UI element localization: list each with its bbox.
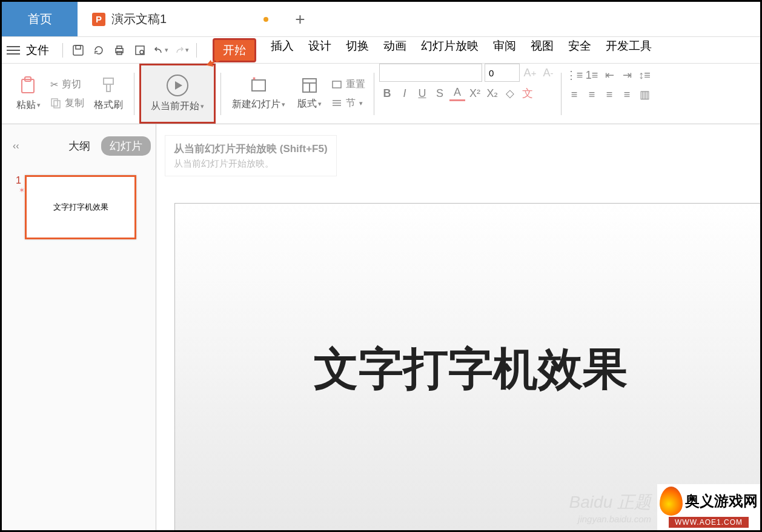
highlight-icon[interactable]: ◇ — [502, 85, 518, 101]
bold-icon[interactable]: B — [379, 85, 395, 101]
section-button[interactable]: 节▾ — [331, 97, 365, 110]
home-button[interactable]: 首页 — [2, 2, 78, 36]
reset-icon — [331, 79, 342, 90]
ribbon-tabs: 开始 插入 设计 切换 动画 幻灯片放映 审阅 视图 安全 开发工具 — [213, 38, 652, 62]
site-logo: 奥义游戏网 WWW.AOE1.COM — [657, 484, 760, 530]
tooltip-desc: 从当前幻灯片开始放映。 — [174, 158, 328, 170]
scissors-icon: ✂ — [50, 79, 58, 90]
copy-button[interactable]: 复制 — [50, 97, 84, 110]
brush-icon — [100, 76, 117, 95]
copy-icon — [50, 98, 61, 108]
titlebar: 首页 P 演示文稿1 + — [2, 2, 760, 37]
tab-transition[interactable]: 切换 — [346, 38, 369, 62]
hamburger-icon[interactable] — [7, 46, 20, 55]
new-slide-button[interactable]: 新建幻灯片▾ — [226, 64, 291, 124]
layout-icon — [301, 77, 318, 94]
section-icon — [331, 98, 342, 108]
subscript-icon[interactable]: X₂ — [485, 85, 500, 101]
layout-button[interactable]: 版式▾ — [291, 64, 328, 124]
tab-slideshow[interactable]: 幻灯片放映 — [421, 38, 479, 62]
svg-rect-11 — [104, 78, 113, 84]
redo-icon[interactable]: ▾ — [172, 41, 190, 59]
logo-text: 奥义游戏网 — [685, 491, 758, 511]
new-slide-icon — [250, 76, 268, 95]
collapse-panel-icon[interactable]: ‹‹ — [13, 141, 19, 151]
ribbon: 粘贴▾ ✂剪切 复制 格式刷 从当前开始▾ 新建幻灯片▾ 版式▾ 重置 节▾ — [2, 64, 760, 124]
align-center-icon[interactable]: ≡ — [584, 87, 600, 102]
numbering-icon[interactable]: 1≡ — [584, 67, 600, 83]
presentation-icon: P — [92, 13, 105, 26]
align-left-icon[interactable]: ≡ — [566, 87, 582, 102]
svg-rect-0 — [73, 45, 83, 55]
italic-icon[interactable]: I — [397, 85, 412, 101]
svg-rect-10 — [54, 101, 60, 108]
slides-tab[interactable]: 幻灯片 — [101, 136, 151, 156]
print-preview-icon[interactable] — [131, 41, 149, 59]
dirty-indicator-icon — [263, 17, 268, 22]
slide-thumbnail[interactable]: 文字打字机效果 — [25, 175, 136, 239]
outline-tab[interactable]: 大纲 — [68, 139, 90, 153]
refresh-icon[interactable] — [90, 41, 108, 59]
save-icon[interactable] — [69, 41, 87, 59]
increase-indent-icon[interactable]: ⇥ — [619, 67, 635, 83]
align-justify-icon[interactable]: ≡ — [619, 87, 635, 102]
slide-title-text[interactable]: 文字打字机效果 — [314, 339, 628, 400]
increase-font-icon[interactable]: A+ — [522, 65, 538, 81]
reset-button[interactable]: 重置 — [331, 78, 365, 91]
change-case-icon[interactable]: 文 — [520, 85, 535, 101]
svg-rect-9 — [51, 99, 58, 106]
tab-insert[interactable]: 插入 — [271, 38, 294, 62]
slide-number: 1 — [8, 175, 25, 186]
animation-indicator-icon: ✶ — [19, 186, 25, 195]
svg-rect-3 — [117, 46, 122, 48]
tab-design[interactable]: 设计 — [308, 38, 331, 62]
play-icon — [167, 75, 188, 96]
watermark: Baidu 正题 jingyan.baidu.com — [569, 491, 651, 524]
tab-security[interactable]: 安全 — [568, 38, 591, 62]
font-family-input[interactable] — [379, 64, 482, 82]
align-right-icon[interactable]: ≡ — [601, 87, 617, 102]
tooltip: 从当前幻灯片开始放映 (Shift+F5) 从当前幻灯片开始放映。 — [165, 135, 337, 176]
paste-button[interactable]: 粘贴▾ — [10, 64, 47, 124]
decrease-font-icon[interactable]: A- — [540, 65, 556, 81]
new-tab-button[interactable]: + — [283, 2, 317, 36]
tab-review[interactable]: 审阅 — [493, 38, 516, 62]
svg-rect-1 — [76, 45, 81, 49]
print-icon[interactable] — [110, 41, 128, 59]
svg-rect-12 — [107, 84, 110, 91]
logo-url: WWW.AOE1.COM — [669, 517, 749, 528]
format-painter-button[interactable]: 格式刷 — [88, 64, 129, 124]
flame-icon — [660, 487, 683, 516]
from-current-button[interactable]: 从当前开始▾ — [139, 64, 216, 124]
tab-devtools[interactable]: 开发工具 — [606, 38, 652, 62]
document-tab[interactable]: P 演示文稿1 — [78, 2, 283, 36]
superscript-icon[interactable]: X² — [467, 85, 483, 101]
svg-rect-17 — [333, 81, 341, 88]
font-size-input[interactable] — [485, 64, 520, 82]
tab-label: 演示文稿1 — [111, 11, 167, 27]
tab-animation[interactable]: 动画 — [383, 38, 406, 62]
undo-icon[interactable]: ▾ — [151, 41, 170, 59]
columns-icon[interactable]: ▥ — [637, 87, 652, 102]
menubar: 文件 ▾ ▾ 开始 插入 设计 切换 动画 幻灯片放映 审阅 视图 安全 开发工… — [2, 37, 760, 64]
svg-rect-13 — [252, 80, 265, 91]
strikethrough-icon[interactable]: S — [432, 85, 448, 101]
bullets-icon[interactable]: ⋮≡ — [566, 67, 582, 83]
slide-panel: ‹‹ 大纲 幻灯片 1 ✶ 文字打字机效果 — [2, 124, 156, 530]
thumb-title: 文字打字机效果 — [53, 202, 108, 213]
svg-point-6 — [140, 50, 144, 54]
font-color-icon[interactable]: A — [449, 85, 465, 101]
decrease-indent-icon[interactable]: ⇤ — [601, 67, 617, 83]
tooltip-title: 从当前幻灯片开始放映 (Shift+F5) — [174, 142, 328, 156]
slide-canvas[interactable]: 文字打字机效果 — [174, 203, 762, 532]
editor-area: 从当前幻灯片开始放映 (Shift+F5) 从当前幻灯片开始放映。 1 文字打字… — [156, 124, 760, 530]
underline-icon[interactable]: U — [414, 85, 430, 101]
file-menu[interactable]: 文件 — [26, 42, 49, 58]
line-spacing-icon[interactable]: ↕≡ — [637, 67, 652, 83]
workspace: ‹‹ 大纲 幻灯片 1 ✶ 文字打字机效果 从当前幻灯片开始放映 (Shift+… — [2, 124, 760, 530]
cut-button[interactable]: ✂剪切 — [50, 78, 84, 91]
tab-view[interactable]: 视图 — [531, 38, 554, 62]
